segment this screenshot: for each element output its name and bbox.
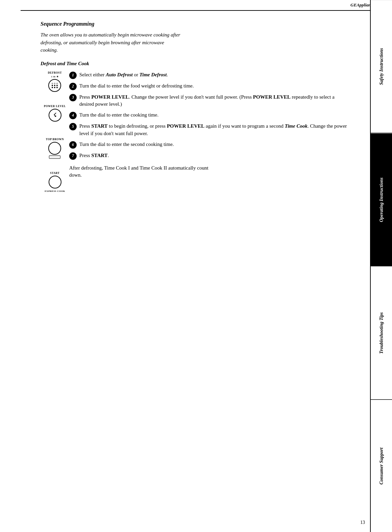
dot [54, 83, 55, 84]
dot [56, 85, 58, 86]
defrost-icon [48, 79, 61, 92]
defrost-icon-group: DEFROST 1 lb ★ [48, 71, 62, 92]
sidebar-tab-troubleshooting-label: Troubleshooting Tips [379, 312, 384, 354]
step-4: 4 Turn the dial to enter the cooking tim… [69, 111, 350, 119]
intro-text-content: The oven allows you to automatically beg… [41, 32, 180, 53]
dot [52, 85, 53, 86]
step-6: 6 Turn the dial to enter the second cook… [69, 141, 350, 149]
step-4-number: 4 [69, 112, 77, 119]
dot [52, 87, 53, 88]
step-1-number: 1 [69, 72, 77, 79]
section-heading: Sequence Programming [41, 21, 350, 27]
step-2: 2 Turn the dial to enter the food weight… [69, 82, 350, 90]
top-brown-icon [48, 142, 61, 155]
bolt-icon: ☇ [53, 112, 56, 118]
time-defrost-label: Time Defrost [139, 72, 167, 77]
start-label: START [50, 172, 59, 175]
top-brown-icon-group: TOP BROWN [46, 138, 64, 159]
icons-column: DEFROST 1 lb ★ [41, 71, 69, 200]
time-cook-bold-italic: Time Cook [285, 123, 307, 129]
step-6-number: 6 [69, 141, 77, 149]
steps-list: 1 Select either Auto Defrost or Time Def… [69, 71, 350, 200]
sidebar-tab-safety[interactable]: Safety Instructions [371, 0, 392, 133]
step-7-text: Press START. [79, 152, 350, 160]
dot [54, 87, 55, 88]
start-bold: START [91, 123, 107, 129]
time-cook-i: Time Cook I [104, 165, 130, 171]
step-5: 5 Press START to begin defrosting, or pr… [69, 123, 350, 137]
step-3-text: Press POWER LEVEL. Change the power leve… [79, 94, 350, 108]
sidebar-tab-operating[interactable]: Operating Instructions [371, 133, 392, 266]
time-cook-ii: Time Cook II [139, 165, 167, 171]
sidebar-tab-troubleshooting[interactable]: Troubleshooting Tips [371, 267, 392, 399]
after-text: After defrosting, Time Cook I and Time C… [69, 164, 214, 179]
step-5-text: Press START to begin defrosting, or pres… [79, 123, 350, 137]
dot [56, 87, 58, 88]
step-7: 7 Press START. [69, 152, 350, 160]
power-level-icon-group: POWER LEVEL ☇ [44, 105, 66, 122]
step-1: 1 Select either Auto Defrost or Time Def… [69, 71, 350, 79]
step-7-number: 7 [69, 152, 77, 160]
sidebar-tab-safety-label: Safety Instructions [379, 48, 384, 85]
top-brown-accessory [49, 155, 60, 159]
dot [54, 85, 55, 86]
dot [56, 83, 58, 84]
step-4-text: Turn the dial to enter the cooking time. [79, 111, 350, 119]
step-3: 3 Press POWER LEVEL. Change the power le… [69, 94, 350, 108]
step-5-number: 5 [69, 123, 77, 130]
defrost-label: DEFROST [48, 71, 62, 74]
sidebar-tab-consumer-label: Consumer Support [379, 448, 384, 484]
intro-text: The oven allows you to automatically beg… [41, 31, 182, 54]
step-2-text: Turn the dial to enter the food weight o… [79, 82, 350, 90]
main-content: Sequence Programming The oven allows you… [0, 11, 370, 532]
sub-heading: Defrost and Time Cook [41, 61, 350, 67]
sidebar: Safety Instructions Operating Instructio… [370, 0, 392, 532]
sidebar-tab-consumer[interactable]: Consumer Support [371, 400, 392, 532]
step-3-number: 3 [69, 94, 77, 101]
header-bar: GEAppliances.com [21, 0, 392, 11]
power-level-bold: POWER LEVEL [91, 94, 129, 100]
defrost-sublabel: 1 lb ★ [51, 75, 59, 78]
power-level-bold-2: POWER LEVEL [253, 94, 290, 100]
top-brown-label: TOP BROWN [46, 138, 64, 141]
start-icon-group: START EXPRESS COOK [45, 172, 65, 194]
express-cook-label: EXPRESS COOK [45, 190, 65, 193]
dot [52, 83, 53, 84]
steps-area: DEFROST 1 lb ★ [41, 71, 350, 200]
power-level-icon: ☇ [49, 109, 61, 122]
page-number: 13 [360, 520, 365, 525]
start-bold-2: START [91, 153, 107, 158]
defrost-dot-grid [51, 82, 59, 89]
step-6-text: Turn the dial to enter the second cookin… [79, 141, 350, 149]
auto-defrost-label: Auto Defrost [106, 72, 133, 77]
step-2-number: 2 [69, 83, 77, 90]
power-level-bold-3: POWER LEVEL [167, 123, 204, 129]
power-level-label: POWER LEVEL [44, 105, 66, 108]
start-icon [49, 176, 61, 188]
step-1-text: Select either Auto Defrost or Time Defro… [79, 71, 350, 79]
sidebar-tab-operating-label: Operating Instructions [379, 177, 384, 222]
